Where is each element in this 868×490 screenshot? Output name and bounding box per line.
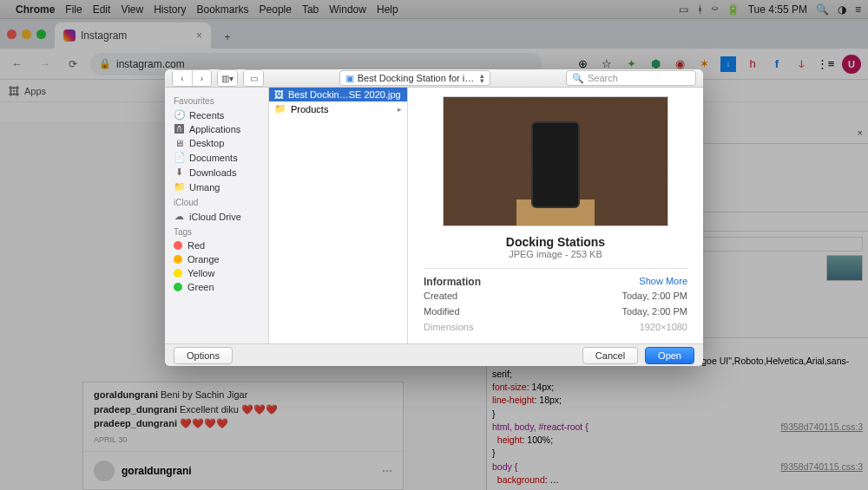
preview-meta: JPEG image - 253 KB — [424, 249, 687, 259]
sidebar-item-downloads[interactable]: ⬇Downloads — [165, 165, 268, 180]
cancel-button[interactable]: Cancel — [582, 347, 638, 364]
file-open-dialog: ‹ › ▥▾ ▭ ▣ Best Docking Station for i… ▴… — [165, 69, 703, 366]
tag-dot-icon — [174, 269, 182, 278]
path-dropdown[interactable]: ▣ Best Docking Station for i… ▴▾ — [339, 70, 491, 86]
image-icon: 🖼 — [274, 89, 284, 100]
dialog-toolbar: ‹ › ▥▾ ▭ ▣ Best Docking Station for i… ▴… — [165, 69, 703, 88]
sidebar-item-documents[interactable]: 📄Documents — [165, 150, 268, 165]
sidebar-tag-red[interactable]: Red — [165, 238, 268, 252]
search-icon: 🔍 — [572, 73, 584, 84]
forward-button[interactable]: › — [192, 70, 211, 86]
preview-title: Docking Stations — [424, 235, 687, 249]
sidebar-item-recents[interactable]: 🕘Recents — [165, 108, 268, 122]
desktop-icon: 🖥 — [174, 138, 184, 148]
sidebar-item-applications[interactable]: 🅰Applications — [165, 122, 268, 136]
chevron-updown-icon: ▴▾ — [480, 73, 484, 84]
tag-dot-icon — [174, 255, 182, 264]
applications-icon: 🅰 — [174, 124, 184, 134]
open-button[interactable]: Open — [645, 347, 694, 364]
info-heading: Information — [424, 276, 481, 288]
sidebar-item-icloud[interactable]: ☁iCloud Drive — [165, 209, 268, 224]
file-column: 🖼Best Dockin…SE 2020.jpg 📁Products▸ — [269, 88, 408, 343]
documents-icon: 📄 — [174, 152, 184, 163]
path-label: Best Docking Station for i… — [358, 73, 475, 83]
sidebar-section: iCloud — [165, 194, 268, 209]
options-button[interactable]: Options — [174, 347, 233, 364]
sidebar-item-desktop[interactable]: 🖥Desktop — [165, 136, 268, 150]
recents-icon: 🕘 — [174, 109, 184, 121]
downloads-icon: ⬇ — [174, 167, 184, 178]
folder-icon: 📁 — [174, 181, 184, 193]
preview-thumbnail — [443, 96, 668, 226]
sidebar-tag-yellow[interactable]: Yellow — [165, 266, 268, 280]
back-button[interactable]: ‹ — [173, 70, 192, 86]
cloud-icon: ☁ — [174, 211, 184, 222]
search-placeholder: Search — [588, 73, 618, 83]
sidebar-item-home[interactable]: 📁Umang — [165, 180, 268, 194]
search-field[interactable]: 🔍 Search — [566, 70, 696, 86]
group-button[interactable]: ▭ — [244, 70, 263, 86]
sidebar-tag-orange[interactable]: Orange — [165, 252, 268, 266]
sidebar-section: Favourites — [165, 93, 268, 108]
sidebar-section: Tags — [165, 224, 268, 238]
nav-back-forward: ‹ › — [172, 69, 212, 87]
folder-icon: ▣ — [345, 73, 354, 84]
tag-dot-icon — [174, 283, 182, 291]
columns-view-button[interactable]: ▥▾ — [218, 70, 237, 86]
sidebar-tag-green[interactable]: Green — [165, 280, 268, 294]
tag-dot-icon — [174, 241, 182, 250]
dialog-sidebar: Favourites 🕘Recents 🅰Applications 🖥Deskt… — [165, 88, 269, 343]
file-preview: Docking Stations JPEG image - 253 KB Inf… — [408, 88, 703, 343]
file-row-selected[interactable]: 🖼Best Dockin…SE 2020.jpg — [269, 88, 407, 101]
folder-icon: 📁 — [274, 103, 286, 114]
dialog-footer: Options Cancel Open — [165, 343, 703, 366]
chevron-right-icon: ▸ — [398, 105, 402, 114]
view-mode-segment: ▥▾ — [217, 69, 238, 87]
show-more-link[interactable]: Show More — [639, 276, 687, 288]
file-row[interactable]: 📁Products▸ — [269, 101, 407, 116]
